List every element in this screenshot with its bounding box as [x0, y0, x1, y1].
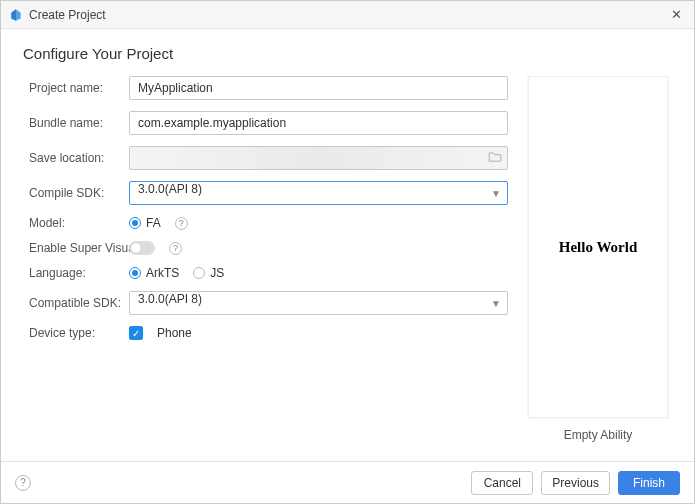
field-project-name: Project name: [29, 76, 508, 100]
chevron-down-icon: ▼ [491, 298, 501, 309]
close-button[interactable]: ✕ [666, 7, 686, 22]
field-model: Model: FA ? [29, 216, 508, 230]
radio-label-arkts: ArkTS [146, 266, 179, 280]
save-location-input[interactable] [129, 146, 508, 170]
field-compile-sdk: Compile SDK: 3.0.0(API 8) ▼ [29, 181, 508, 205]
device-phone-checkbox[interactable]: ✓ [129, 326, 143, 340]
device-phone-label: Phone [157, 326, 192, 340]
page-heading: Configure Your Project [23, 45, 672, 62]
chevron-down-icon: ▼ [491, 188, 501, 199]
preview-hello-world-text: Hello World [559, 239, 637, 256]
super-visual-toggle[interactable] [129, 241, 155, 255]
form-column: Project name: Bundle name: Save location… [23, 76, 508, 461]
label-enable-super-visual: Enable Super Visual: [29, 241, 145, 255]
radio-language-js[interactable]: JS [193, 266, 224, 280]
cancel-button[interactable]: Cancel [471, 471, 533, 495]
label-device-type: Device type: [29, 326, 129, 340]
label-save-location: Save location: [29, 151, 129, 165]
content-row: Project name: Bundle name: Save location… [23, 76, 672, 461]
label-model: Model: [29, 216, 129, 230]
field-device-type: Device type: ✓ Phone [29, 326, 508, 340]
help-icon[interactable]: ? [169, 242, 182, 255]
compile-sdk-value: 3.0.0(API 8) [138, 182, 202, 196]
finish-button[interactable]: Finish [618, 471, 680, 495]
radio-dot-icon [193, 267, 205, 279]
field-enable-super-visual: Enable Super Visual: ? [29, 241, 508, 255]
previous-button[interactable]: Previous [541, 471, 610, 495]
field-bundle-name: Bundle name: [29, 111, 508, 135]
footer-help-icon[interactable]: ? [15, 475, 31, 491]
label-compatible-sdk: Compatible SDK: [29, 296, 129, 310]
radio-label-js: JS [210, 266, 224, 280]
compatible-sdk-value: 3.0.0(API 8) [138, 292, 202, 306]
dialog-body: Configure Your Project Project name: Bun… [1, 29, 694, 461]
browse-folder-icon[interactable] [488, 151, 502, 166]
window-title: Create Project [29, 8, 106, 22]
label-language: Language: [29, 266, 129, 280]
radio-model-fa[interactable]: FA [129, 216, 161, 230]
titlebar: Create Project ✕ [1, 1, 694, 29]
field-language: Language: ArkTS JS [29, 266, 508, 280]
dialog-footer: ? Cancel Previous Finish [1, 461, 694, 503]
field-compatible-sdk: Compatible SDK: 3.0.0(API 8) ▼ [29, 291, 508, 315]
compatible-sdk-select[interactable]: 3.0.0(API 8) ▼ [129, 291, 508, 315]
radio-label-fa: FA [146, 216, 161, 230]
radio-dot-icon [129, 217, 141, 229]
label-compile-sdk: Compile SDK: [29, 186, 129, 200]
preview-caption: Empty Ability [564, 428, 633, 442]
label-project-name: Project name: [29, 81, 129, 95]
preview-column: Hello World Empty Ability [524, 76, 672, 461]
help-icon[interactable]: ? [175, 217, 188, 230]
radio-language-arkts[interactable]: ArkTS [129, 266, 179, 280]
template-preview: Hello World [528, 76, 668, 418]
field-save-location: Save location: [29, 146, 508, 170]
bundle-name-input[interactable] [129, 111, 508, 135]
radio-dot-icon [129, 267, 141, 279]
project-name-input[interactable] [129, 76, 508, 100]
compile-sdk-select[interactable]: 3.0.0(API 8) ▼ [129, 181, 508, 205]
label-bundle-name: Bundle name: [29, 116, 129, 130]
app-logo-icon [9, 8, 23, 22]
dialog-window: Create Project ✕ Configure Your Project … [0, 0, 695, 504]
